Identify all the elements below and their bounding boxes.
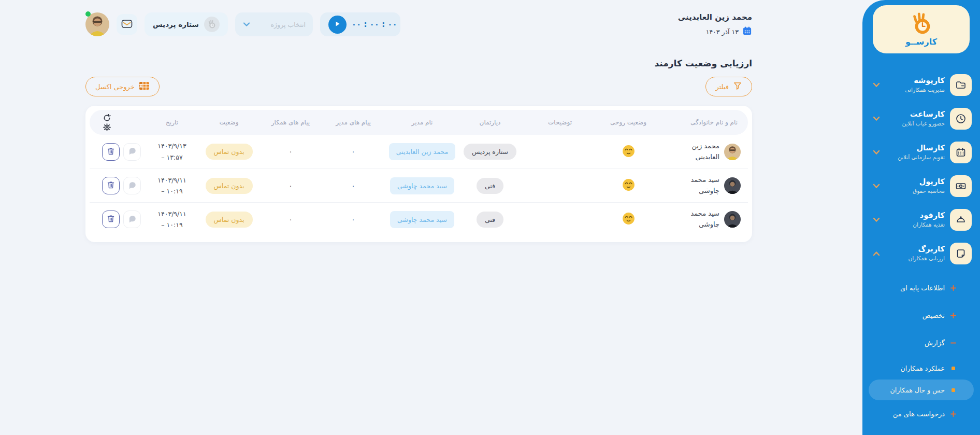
- square-bullet-icon: [950, 367, 956, 370]
- submenu-item-report[interactable]: گزارش: [862, 329, 980, 357]
- filter-funnel-icon: [733, 81, 742, 92]
- chat-bubble-icon: [128, 181, 137, 191]
- col-header-date: تاریخ: [144, 118, 200, 127]
- delete-button[interactable]: [102, 177, 120, 194]
- chevron-down-icon[interactable]: [872, 115, 881, 122]
- department-badge: فنی: [477, 178, 503, 194]
- col-header-description: توضیحات: [519, 118, 601, 127]
- plus-icon: [950, 411, 956, 417]
- row-time: – ۱۳:۵۷: [161, 152, 182, 163]
- sidebar-item-title: کارپوشه: [886, 76, 945, 86]
- excel-export-button[interactable]: خروجی اکسل: [85, 77, 160, 96]
- table-row: سید محمد چاوشی فنی سید محمد چاوشی ۰ ۰ بد…: [90, 169, 748, 202]
- mail-icon: [121, 19, 133, 30]
- col-header-department: دپارتمان: [461, 118, 519, 127]
- settings-gear-button[interactable]: [103, 123, 111, 131]
- sidebar-item-karpooshe[interactable]: کارپوشه مدیریت همکارانی: [862, 68, 980, 102]
- table-row: سید محمد چاوشی فنی سید محمد چاوشی ۰ ۰ بد…: [90, 202, 748, 236]
- karaso-logo-icon: [910, 12, 933, 36]
- toolbar: خروجی اکسل فیلتر: [85, 77, 752, 96]
- karbarg-submenu: اطلاعات پایه ای تخصیص گزارش عملکرد همکار…: [862, 274, 980, 428]
- manager-badge[interactable]: سید محمد چاوشی: [390, 211, 454, 228]
- current-user-block: محمد زین العابدینی ۱۳ آذر ۱۴۰۳: [678, 12, 752, 37]
- project-select-placeholder: انتخاب پروژه: [271, 21, 306, 29]
- col-header-status: وضعیت: [200, 118, 258, 127]
- status-badge: بدون تماس: [206, 212, 253, 228]
- messages-button[interactable]: [117, 14, 137, 35]
- main-area: محمد زین العابدینی ۱۳ آذر ۱۴۰۳: [0, 0, 862, 435]
- submenu-item-label: عملکرد همکاران: [901, 364, 945, 372]
- row-time: – ۱۰:۱۹: [161, 186, 182, 197]
- page-title: ارزیابی وضعیت کارمند: [85, 58, 752, 68]
- sidebar-item-karsal[interactable]: کارسال تقویم سازمانی آنلاین: [862, 135, 980, 169]
- company-logo-icon: [204, 17, 220, 32]
- calendar-date-icon: [742, 26, 752, 37]
- plus-icon: [950, 313, 956, 318]
- submenu-item-mood-active[interactable]: حس و حال همکاران: [869, 380, 974, 400]
- food-cloche-icon: [950, 209, 972, 231]
- project-select[interactable]: انتخاب پروژه: [235, 12, 313, 36]
- col-header-colleague-messages: پیام های همکار: [258, 118, 323, 127]
- chevron-down-icon[interactable]: [872, 149, 881, 156]
- online-status-dot: [85, 11, 91, 17]
- sidebar-item-subtitle: حضورو غیاب آنلاین: [886, 120, 945, 128]
- chevron-down-icon[interactable]: [872, 216, 881, 223]
- folder-icon: [950, 74, 972, 96]
- timer-value: ۰۰ : ۰۰ : ۰۰: [352, 20, 397, 29]
- sidebar-item-karpool[interactable]: کارپول محاسبه حقوق: [862, 169, 980, 203]
- sidebar-item-title: کارسال: [886, 143, 945, 153]
- current-date: ۱۳ آذر ۱۴۰۳: [706, 28, 739, 36]
- colleague-messages-count: ۰: [258, 216, 323, 223]
- sidebar-item-karbarg[interactable]: کاربرگ ارزیابی همکاران: [862, 236, 980, 270]
- row-date: ۱۴۰۳/۹/۱۱: [157, 175, 186, 186]
- table-header-row: نام و نام خانوادگی وضعیت روحی توضیحات دپ…: [90, 110, 748, 135]
- app-logo[interactable]: کارســو: [873, 5, 970, 53]
- trash-icon: [107, 147, 115, 157]
- comment-button[interactable]: [123, 177, 141, 194]
- department-badge: فنی: [477, 212, 503, 228]
- comment-button[interactable]: [123, 143, 141, 161]
- chevron-down-icon[interactable]: [872, 81, 881, 89]
- row-date: ۱۴۰۳/۹/۱۳: [157, 141, 186, 151]
- sidebar-item-title: کارفود: [886, 211, 945, 221]
- submenu-item-base-info[interactable]: اطلاعات پایه ای: [862, 274, 980, 302]
- status-badge: بدون تماس: [206, 178, 253, 194]
- department-badge: ستاره پردیس: [464, 144, 516, 160]
- row-avatar: [724, 211, 741, 228]
- sidebar-item-subtitle: تغذیه همکاران: [886, 221, 945, 229]
- sidebar-item-karfood[interactable]: کارفود تغذیه همکاران: [862, 203, 980, 236]
- chevron-down-icon[interactable]: [872, 183, 881, 190]
- submenu-item-performance[interactable]: عملکرد همکاران: [862, 357, 980, 380]
- filter-label: فیلتر: [715, 83, 729, 91]
- company-switcher[interactable]: ستاره پردیس: [145, 12, 228, 36]
- minus-icon: [950, 340, 956, 346]
- sidebar-item-subtitle: محاسبه حقوق: [886, 187, 945, 195]
- refresh-button[interactable]: [103, 114, 111, 122]
- filter-button[interactable]: فیلتر: [705, 77, 752, 96]
- manager-badge[interactable]: سید محمد چاوشی: [390, 177, 454, 194]
- calendar-icon: [950, 142, 972, 163]
- clock-icon: [950, 108, 972, 130]
- delete-button[interactable]: [102, 211, 120, 228]
- sidebar-nav: کارپوشه مدیریت همکارانی کارساعت حضورو غی…: [862, 68, 980, 428]
- delete-button[interactable]: [102, 143, 120, 161]
- banknote-icon: [950, 175, 972, 197]
- sidebar-item-title: کارساعت: [886, 109, 945, 120]
- submenu-item-label: درخواست های من: [893, 410, 945, 418]
- comment-button[interactable]: [123, 211, 141, 228]
- col-header-manager: نام مدیر: [383, 118, 461, 127]
- mood-happy-icon: [622, 178, 636, 193]
- row-time: – ۱۰:۱۹: [161, 219, 182, 230]
- manager-badge[interactable]: محمد زین العابدینی: [389, 143, 455, 160]
- sidebar-item-karsaat[interactable]: کارساعت حضورو غیاب آنلاین: [862, 102, 980, 135]
- row-avatar: [724, 177, 741, 194]
- user-avatar[interactable]: [85, 12, 109, 36]
- submenu-item-allocation[interactable]: تخصیص: [862, 302, 980, 329]
- chevron-up-icon[interactable]: [872, 250, 881, 257]
- timer-play-button[interactable]: [328, 16, 347, 34]
- manager-messages-count: ۰: [323, 216, 383, 223]
- status-badge: بدون تماس: [206, 144, 253, 160]
- submenu-item-my-requests[interactable]: درخواست های من: [862, 400, 980, 428]
- submenu-item-label: اطلاعات پایه ای: [900, 284, 945, 292]
- worksheet-icon: [950, 243, 972, 264]
